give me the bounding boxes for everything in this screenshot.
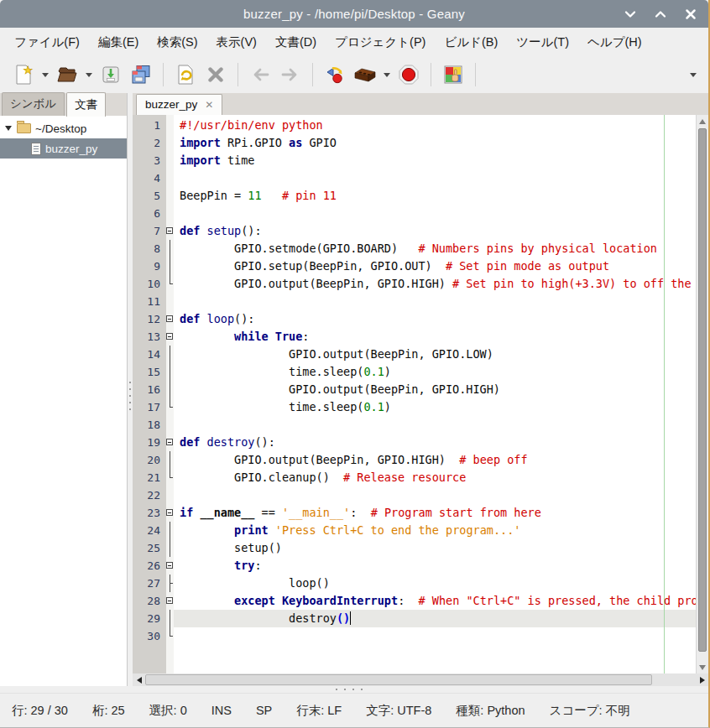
line-number-17[interactable]: 17 bbox=[133, 398, 166, 416]
save-all-button[interactable] bbox=[126, 60, 156, 90]
close-document-button[interactable] bbox=[201, 60, 231, 90]
code-line-23[interactable]: if __name__ == '__main__': # Program sta… bbox=[174, 504, 696, 522]
menu-item-help[interactable]: ヘルプ(H) bbox=[578, 30, 651, 55]
horizontal-scroll-thumb[interactable] bbox=[145, 674, 652, 685]
expander-caret-icon[interactable] bbox=[5, 126, 12, 131]
message-window-splitter[interactable] bbox=[0, 686, 708, 693]
code-line-3[interactable]: import time bbox=[174, 152, 696, 169]
line-number-25[interactable]: 25 bbox=[133, 539, 166, 557]
code-line-22[interactable] bbox=[174, 486, 696, 504]
minimize-button[interactable] bbox=[621, 5, 640, 23]
titlebar[interactable]: buzzer_py - /home/pi/Desktop - Geany bbox=[0, 0, 708, 28]
fold-collapse-icon[interactable] bbox=[166, 439, 173, 445]
line-number-21[interactable]: 21 bbox=[133, 469, 166, 486]
code-line-17[interactable]: time.sleep(0.1) bbox=[174, 398, 696, 416]
line-number-6[interactable]: 6 bbox=[133, 205, 166, 222]
sidebar-tab-symbols[interactable]: シンボル bbox=[2, 92, 65, 116]
code-line-28[interactable]: except KeyboardInterrupt: # When "Ctrl+C… bbox=[174, 592, 696, 610]
run-button[interactable] bbox=[394, 60, 424, 90]
code-line-24[interactable]: print 'Press Ctrl+C to end the program..… bbox=[174, 522, 696, 539]
line-number-27[interactable]: 27 bbox=[133, 575, 166, 592]
build-button[interactable] bbox=[350, 60, 380, 90]
fold-margin-19[interactable] bbox=[166, 434, 174, 451]
fold-collapse-icon[interactable] bbox=[166, 509, 173, 516]
line-number-26[interactable]: 26 bbox=[133, 557, 166, 575]
tab-close-icon[interactable]: ✕ bbox=[205, 100, 213, 110]
code-line-20[interactable]: GPIO.output(BeepPin, GPIO.HIGH) # beep o… bbox=[174, 451, 696, 469]
build-dropdown-button[interactable] bbox=[380, 60, 394, 90]
fold-margin-12[interactable] bbox=[166, 310, 174, 328]
code-line-19[interactable]: def destroy(): bbox=[174, 434, 696, 451]
menu-item-edit[interactable]: 編集(E) bbox=[89, 30, 148, 55]
line-number-24[interactable]: 24 bbox=[133, 522, 166, 539]
line-number-19[interactable]: 19 bbox=[133, 434, 166, 451]
code-line-13[interactable]: while True: bbox=[174, 328, 696, 346]
line-number-20[interactable]: 20 bbox=[133, 451, 166, 469]
new-file-dropdown-button[interactable] bbox=[39, 60, 52, 90]
fold-collapse-icon[interactable] bbox=[166, 562, 173, 569]
fold-margin-28[interactable] bbox=[166, 592, 174, 610]
code-line-1[interactable]: #!/usr/bin/env python bbox=[174, 117, 696, 134]
line-number-3[interactable]: 3 bbox=[133, 152, 166, 169]
code-line-18[interactable] bbox=[174, 416, 696, 434]
menu-item-build[interactable]: ビルド(B) bbox=[435, 30, 507, 55]
compile-button[interactable] bbox=[320, 60, 350, 90]
tree-row-desktop[interactable]: ~/Desktop bbox=[0, 118, 127, 138]
line-number-11[interactable]: 11 bbox=[133, 293, 166, 310]
code-area[interactable]: 1#!/usr/bin/env python2import RPi.GPIO a… bbox=[133, 115, 696, 673]
nav-back-button[interactable] bbox=[245, 60, 275, 90]
horizontal-scrollbar[interactable] bbox=[133, 673, 708, 686]
vertical-scroll-track[interactable] bbox=[697, 127, 708, 661]
line-number-8[interactable]: 8 bbox=[133, 240, 166, 257]
line-number-9[interactable]: 9 bbox=[133, 257, 166, 275]
code-line-4[interactable] bbox=[174, 169, 696, 187]
line-number-22[interactable]: 22 bbox=[133, 486, 166, 504]
menu-item-project[interactable]: プロジェクト(P) bbox=[326, 30, 435, 55]
line-number-23[interactable]: 23 bbox=[133, 504, 166, 522]
line-number-29[interactable]: 29 bbox=[133, 610, 166, 627]
menu-item-file[interactable]: ファイル(F) bbox=[5, 30, 89, 55]
line-number-15[interactable]: 15 bbox=[133, 363, 166, 381]
nav-forward-button[interactable] bbox=[275, 60, 305, 90]
code-line-9[interactable]: GPIO.setup(BeepPin, GPIO.OUT) # Set pin … bbox=[174, 257, 696, 275]
code-line-27[interactable]: loop() bbox=[174, 575, 696, 592]
code-line-16[interactable]: GPIO.output(BeepPin, GPIO.HIGH) bbox=[174, 381, 696, 398]
revert-button[interactable] bbox=[170, 60, 201, 90]
horizontal-scroll-track[interactable] bbox=[145, 673, 696, 686]
line-number-2[interactable]: 2 bbox=[133, 134, 166, 152]
code-line-26[interactable]: try: bbox=[174, 557, 696, 575]
fold-margin-7[interactable] bbox=[166, 222, 174, 240]
menu-item-view[interactable]: 表示(V) bbox=[207, 30, 266, 55]
fold-collapse-icon[interactable] bbox=[166, 315, 173, 322]
menu-item-document[interactable]: 文書(D) bbox=[266, 30, 326, 55]
code-line-10[interactable]: GPIO.output(BeepPin, GPIO.HIGH) # Set pi… bbox=[174, 275, 696, 293]
scroll-left-button[interactable] bbox=[133, 673, 145, 686]
toolbar-end-dropdown-button[interactable] bbox=[687, 60, 700, 90]
editor-tab-buzzer_py[interactable]: buzzer_py✕ bbox=[136, 94, 222, 115]
save-button[interactable] bbox=[96, 60, 126, 90]
line-number-28[interactable]: 28 bbox=[133, 592, 166, 610]
line-number-30[interactable]: 30 bbox=[133, 627, 166, 645]
line-number-10[interactable]: 10 bbox=[133, 275, 166, 293]
color-chooser-button[interactable] bbox=[438, 60, 468, 90]
vertical-scroll-thumb[interactable] bbox=[698, 128, 707, 652]
code-line-30[interactable] bbox=[174, 627, 696, 645]
menu-item-search[interactable]: 検索(S) bbox=[148, 30, 206, 55]
tree-row-buzzer_py[interactable]: buzzer_py bbox=[0, 138, 127, 159]
code-line-15[interactable]: time.sleep(0.1) bbox=[174, 363, 696, 381]
code-line-12[interactable]: def loop(): bbox=[174, 310, 696, 328]
line-number-14[interactable]: 14 bbox=[133, 346, 166, 363]
fold-collapse-icon[interactable] bbox=[166, 227, 173, 234]
scroll-down-button[interactable] bbox=[697, 661, 708, 673]
fold-margin-23[interactable] bbox=[166, 504, 174, 522]
sidebar-tab-documents[interactable]: 文書 bbox=[66, 92, 106, 117]
open-file-dropdown-button[interactable] bbox=[82, 60, 96, 90]
code-line-8[interactable]: GPIO.setmode(GPIO.BOARD) # Numbers pins … bbox=[174, 240, 696, 257]
line-number-1[interactable]: 1 bbox=[133, 117, 166, 134]
new-file-button[interactable]: ★ bbox=[8, 60, 39, 90]
code-line-7[interactable]: def setup(): bbox=[174, 222, 696, 240]
line-number-16[interactable]: 16 bbox=[133, 381, 166, 398]
code-line-29[interactable]: destroy() bbox=[174, 610, 696, 627]
line-number-18[interactable]: 18 bbox=[133, 416, 166, 434]
line-number-12[interactable]: 12 bbox=[133, 310, 166, 328]
